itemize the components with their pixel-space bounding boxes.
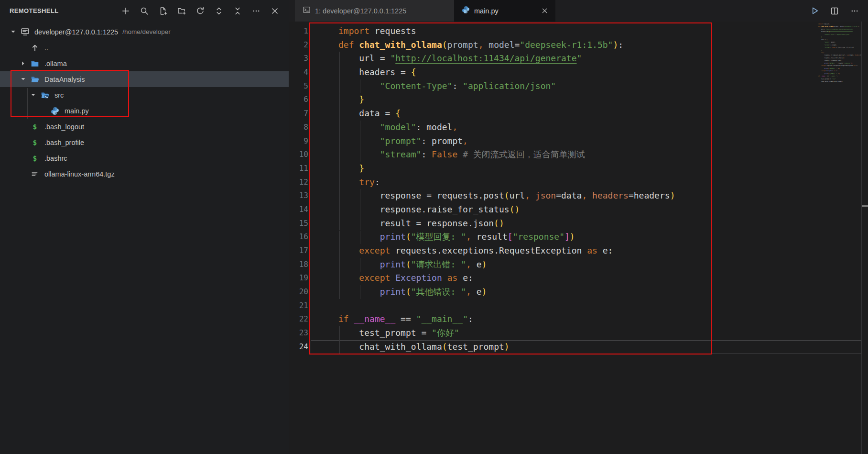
- code-line[interactable]: data = {: [338, 107, 675, 121]
- chevron-down-icon[interactable]: [8, 28, 18, 35]
- indent-guide: [339, 52, 340, 66]
- line-number: 10: [289, 148, 308, 162]
- tree-item-label: .bashrc: [44, 155, 67, 162]
- tree-item-dataanalysis[interactable]: DataAnalysis: [0, 71, 289, 87]
- scrollbar-marker[interactable]: [862, 205, 868, 207]
- code-line[interactable]: headers = {: [338, 66, 675, 79]
- code-line[interactable]: print("其他错误: ", e): [338, 285, 675, 299]
- line-number: 7: [289, 107, 308, 121]
- indent-guide: [339, 203, 340, 217]
- tree-item-label: .bash_profile: [44, 139, 84, 146]
- sidebar: REMOTESHELL developer@127.0.0.1:1225/hom…: [0, 0, 289, 454]
- tree-item-ollama[interactable]: .ollama: [0, 55, 289, 71]
- code-line[interactable]: except Exception as e:: [338, 271, 675, 285]
- tree-item-[interactable]: ..: [0, 40, 289, 55]
- tree-item-path: /home/developer: [122, 28, 171, 35]
- indent-guide: [360, 148, 360, 162]
- tree-item-label: ..: [44, 44, 48, 52]
- tree-item-bash-profile[interactable]: $.bash_profile: [0, 134, 289, 150]
- shell-script-icon: $: [31, 154, 39, 163]
- code-content[interactable]: import requestsdef chat_with_ollama(prom…: [338, 24, 675, 354]
- indent-guide: [360, 79, 360, 93]
- tab-terminal[interactable]: 1: developer@127.0.0.1:1225: [295, 0, 454, 22]
- code-line[interactable]: }: [338, 162, 675, 176]
- more-actions-icon: [252, 7, 260, 15]
- code-editor[interactable]: 123456789101112131415161718192021222324 …: [289, 22, 868, 454]
- code-line[interactable]: test_prompt = "你好": [338, 326, 675, 340]
- code-line[interactable]: }: [338, 93, 675, 107]
- tree-item-bash-logout[interactable]: $.bash_logout: [0, 119, 289, 134]
- indent-guide: [339, 272, 340, 286]
- split-editor-icon: [830, 7, 839, 15]
- code-line[interactable]: response.raise_for_status(): [338, 203, 675, 217]
- code-line[interactable]: [338, 299, 675, 313]
- code-line[interactable]: "Content-Type": "application/json": [338, 79, 675, 93]
- code-line[interactable]: print("模型回复: ", result["response"]): [338, 230, 675, 244]
- indent-guide: [339, 134, 340, 148]
- tree-item-label: DataAnalysis: [44, 76, 85, 83]
- indent-guide: [360, 134, 360, 148]
- code-line[interactable]: print("请求出错: ", e): [338, 258, 675, 272]
- code-line[interactable]: "model": model,: [338, 121, 675, 134]
- indent-guide: [339, 285, 340, 299]
- tree-item-src[interactable]: src: [0, 87, 289, 103]
- code-line[interactable]: except requests.exceptions.RequestExcept…: [338, 244, 675, 258]
- code-line[interactable]: response = requests.post(url, json=data,…: [338, 189, 675, 203]
- code-line[interactable]: result = response.json(): [338, 217, 675, 231]
- tree-item-developer-127-0-0-1-1225[interactable]: developer@127.0.0.1:1225/home/developer: [0, 24, 289, 40]
- refresh-icon: [196, 7, 205, 15]
- close-tab-icon[interactable]: [539, 6, 550, 16]
- split-editor-button[interactable]: [828, 4, 841, 18]
- chevron-down-icon[interactable]: [28, 91, 38, 99]
- expand-all-button[interactable]: [213, 5, 225, 17]
- app-window: REMOTESHELL developer@127.0.0.1:1225/hom…: [0, 0, 868, 454]
- tab-main-py[interactable]: main.py: [454, 0, 555, 22]
- code-line[interactable]: "stream": False # 关闭流式返回，适合简单测试: [338, 148, 675, 162]
- tree-item-ollama-linux-arm64-tgz[interactable]: ollama-linux-arm64.tgz: [0, 166, 289, 182]
- code-line[interactable]: try:: [338, 176, 675, 189]
- tree-item-bashrc[interactable]: $.bashrc: [0, 150, 289, 166]
- sidebar-header: REMOTESHELL: [0, 0, 289, 22]
- run-file-button[interactable]: [808, 4, 821, 18]
- line-number: 8: [289, 121, 308, 134]
- indent-guide: [360, 203, 360, 217]
- close-button[interactable]: [269, 5, 281, 17]
- chevron-down-icon[interactable]: [18, 76, 28, 83]
- more-actions-button[interactable]: [250, 5, 262, 17]
- folder-src-icon: [41, 91, 49, 100]
- code-line[interactable]: url = "http://localhost:11434/api/genera…: [338, 52, 675, 66]
- line-number: 12: [289, 176, 308, 189]
- new-session-button[interactable]: [119, 5, 132, 17]
- sidebar-title: REMOTESHELL: [10, 7, 59, 14]
- collapse-all-button[interactable]: [231, 5, 244, 17]
- minimap[interactable]: import requestsdef chat_with_ollama(prom…: [818, 23, 861, 92]
- code-line[interactable]: chat_with_ollama(test_prompt): [338, 340, 675, 354]
- minimap-line: chat_with_ollama(test_prompt): [818, 80, 861, 83]
- indent-guide: [339, 189, 340, 203]
- new-file-button[interactable]: [157, 5, 169, 17]
- folder-icon: [31, 59, 39, 68]
- svg-text:$: $: [33, 138, 37, 146]
- code-line[interactable]: "prompt": prompt,: [338, 134, 675, 148]
- indent-guide: [339, 121, 340, 134]
- code-line[interactable]: def chat_with_ollama(prompt, model="deep…: [338, 38, 675, 52]
- tree-item-label: developer@127.0.0.1:1225: [34, 28, 118, 36]
- indent-guide: [339, 148, 340, 162]
- tree-item-label: .ollama: [44, 60, 67, 67]
- run-file-icon: [810, 6, 819, 15]
- tree-item-main-py[interactable]: main.py: [0, 103, 289, 119]
- chevron-right-icon[interactable]: [18, 60, 28, 67]
- minimap-line: except requests.exceptions.RequestExcept…: [818, 65, 861, 67]
- code-line[interactable]: if __name__ == "__main__":: [338, 312, 675, 326]
- tab-main-py-label: main.py: [474, 7, 499, 15]
- tree-item-label: main.py: [65, 107, 89, 115]
- new-folder-button[interactable]: [175, 5, 188, 17]
- refresh-button[interactable]: [194, 5, 206, 17]
- overview-ruler: [861, 22, 862, 454]
- terminal-icon: [303, 6, 311, 16]
- code-line[interactable]: import requests: [338, 24, 675, 38]
- python-icon: [462, 6, 470, 16]
- search-button[interactable]: [138, 5, 151, 17]
- more-actions-button[interactable]: [848, 4, 861, 18]
- indent-guide: [339, 340, 340, 354]
